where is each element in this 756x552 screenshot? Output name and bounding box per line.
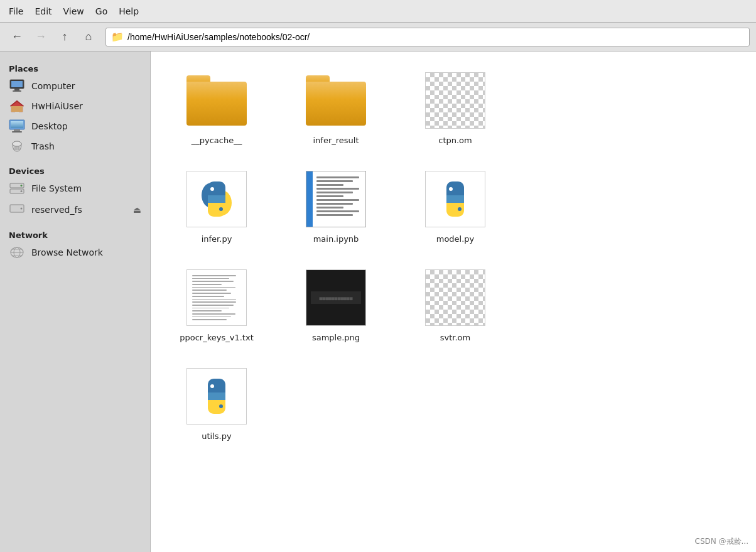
svg-rect-39 <box>446 195 464 203</box>
om-icon-svtr <box>424 266 487 329</box>
svg-point-37 <box>449 187 453 191</box>
ipynb-icon-main <box>305 168 367 230</box>
menu-go[interactable]: Go <box>95 6 107 16</box>
svg-rect-2 <box>14 89 19 90</box>
file-label-infer-py: infer.py <box>202 234 232 244</box>
file-label-svtr-om: svtr.om <box>440 333 470 342</box>
file-label-infer-result: infer_result <box>313 136 359 145</box>
network-section-label: Network <box>0 225 150 242</box>
sidebar-item-computer[interactable]: Computer <box>0 76 150 96</box>
svg-point-15 <box>13 141 21 146</box>
sidebar-item-filesystem-label: File System <box>31 183 82 193</box>
sidebar-item-reserved[interactable]: reserved_fs ⏏ <box>0 198 150 220</box>
svg-point-21 <box>21 185 23 187</box>
om-icon-ctpn <box>424 69 487 132</box>
svg-rect-3 <box>13 90 21 92</box>
back-button[interactable]: ← <box>6 26 28 48</box>
file-label-utils-py: utils.py <box>202 431 231 441</box>
py-icon-infer <box>185 168 248 230</box>
home-icon <box>9 99 25 113</box>
sidebar-item-reserved-label: reserved_fs <box>31 205 82 215</box>
network-icon <box>9 246 25 259</box>
home-button[interactable]: ⌂ <box>78 26 99 48</box>
svg-point-38 <box>458 207 462 211</box>
menubar: File Edit View Go Help <box>0 0 756 23</box>
png-icon-sample: ■■■■■■■■■■■ <box>305 266 367 329</box>
folder-icon-infer-result <box>305 69 367 132</box>
eject-icon[interactable]: ⏏ <box>133 205 141 215</box>
file-item-utils-py[interactable]: utils.py <box>170 360 264 446</box>
address-bar: 📁 <box>105 28 750 46</box>
txt-icon-ppocr <box>185 266 248 329</box>
main-layout: Places Computer <box>0 51 756 552</box>
sidebar-item-desktop[interactable]: Desktop <box>0 116 150 136</box>
svg-text:■■■■■■■■■■■: ■■■■■■■■■■■ <box>320 296 353 301</box>
sidebar-item-trash[interactable]: Trash <box>0 136 150 156</box>
sidebar-item-hwuser-label: HwHiAiUser <box>31 101 83 111</box>
drive-icon <box>9 202 25 217</box>
svg-rect-45 <box>208 392 225 400</box>
svg-rect-36 <box>208 195 225 203</box>
file-item-sample-png[interactable]: ■■■■■■■■■■■ sample.png <box>289 261 383 347</box>
computer-icon <box>9 79 25 93</box>
svg-rect-13 <box>12 131 22 133</box>
toolbar: ← → ↑ ⌂ 📁 <box>0 23 756 51</box>
file-grid: __pycache__ infer_result ctpn.om <box>170 64 737 446</box>
trash-icon <box>9 139 25 153</box>
folder-icon-pycache <box>185 69 248 132</box>
svg-point-43 <box>210 384 214 388</box>
svg-rect-7 <box>11 106 23 112</box>
sidebar-item-desktop-label: Desktop <box>31 121 68 131</box>
sidebar-item-browse-network-label: Browse Network <box>31 247 103 257</box>
sidebar-item-browse-network[interactable]: Browse Network <box>0 242 150 262</box>
file-item-infer-result[interactable]: infer_result <box>289 64 383 150</box>
file-label-pycache: __pycache__ <box>192 136 242 145</box>
sidebar-item-filesystem[interactable]: File System <box>0 178 150 198</box>
svg-point-34 <box>210 187 214 191</box>
file-label-model-py: model.py <box>436 234 475 244</box>
file-item-infer-py[interactable]: infer.py <box>170 163 264 249</box>
devices-section-label: Devices <box>0 161 150 178</box>
places-section-label: Places <box>0 59 150 76</box>
file-item-ppocr-keys[interactable]: ppocr_keys_v1.txt <box>170 261 264 347</box>
svg-point-44 <box>219 404 223 408</box>
sidebar: Places Computer <box>0 51 151 552</box>
sidebar-item-trash-label: Trash <box>31 141 55 151</box>
file-item-pycache[interactable]: __pycache__ <box>170 64 264 150</box>
menu-edit[interactable]: Edit <box>35 6 51 16</box>
file-item-main-ipynb[interactable]: main.ipynb <box>289 163 383 249</box>
py-icon-model <box>424 168 487 230</box>
menu-help[interactable]: Help <box>119 6 139 16</box>
svg-point-35 <box>219 207 223 211</box>
svg-point-24 <box>21 208 23 210</box>
file-label-sample-png: sample.png <box>312 333 360 342</box>
sidebar-item-hwuser[interactable]: HwHiAiUser <box>0 96 150 116</box>
desktop-icon <box>9 119 25 133</box>
file-label-main-ipynb: main.ipynb <box>313 234 359 244</box>
menu-view[interactable]: View <box>63 6 84 16</box>
watermark: CSDN @戒龄... <box>695 536 748 547</box>
file-item-model-py[interactable]: model.py <box>408 163 502 249</box>
forward-button[interactable]: → <box>30 26 51 48</box>
filesystem-icon <box>9 181 25 195</box>
py-icon-utils <box>185 365 248 428</box>
file-item-svtr-om[interactable]: svtr.om <box>408 261 502 347</box>
up-button[interactable]: ↑ <box>54 26 75 48</box>
menu-file[interactable]: File <box>9 6 23 16</box>
file-area: __pycache__ infer_result ctpn.om <box>151 51 756 552</box>
file-label-ppocr-keys: ppocr_keys_v1.txt <box>180 333 253 342</box>
svg-rect-11 <box>11 121 23 128</box>
svg-point-22 <box>21 190 23 192</box>
file-item-ctpn-om[interactable]: ctpn.om <box>408 64 502 150</box>
svg-rect-12 <box>14 129 20 131</box>
file-label-ctpn-om: ctpn.om <box>438 136 472 145</box>
svg-rect-1 <box>11 81 23 87</box>
sidebar-item-computer-label: Computer <box>31 81 75 91</box>
address-folder-icon: 📁 <box>111 31 124 43</box>
address-input[interactable] <box>127 32 744 42</box>
